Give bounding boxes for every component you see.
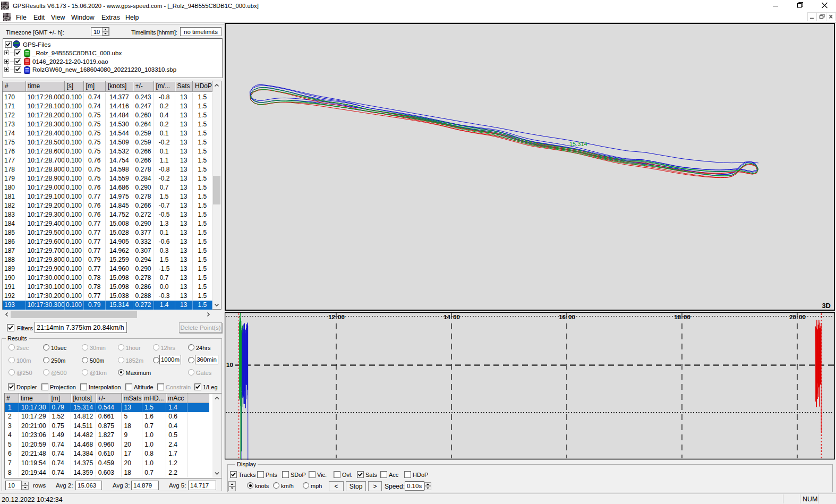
svg-text:00: 00	[453, 314, 460, 320]
svg-text:00: 00	[338, 314, 345, 320]
svg-text:20: 20	[789, 314, 796, 320]
svg-text:10: 10	[226, 362, 233, 368]
svg-text:18: 18	[674, 314, 681, 320]
svg-text:00: 00	[684, 314, 690, 320]
svg-text:3D: 3D	[822, 302, 831, 310]
svg-text:12: 12	[328, 314, 335, 320]
svg-text:00: 00	[568, 314, 575, 320]
svg-text:00: 00	[799, 314, 806, 320]
svg-text:15.314: 15.314	[569, 141, 587, 147]
svg-text:16: 16	[559, 314, 566, 320]
svg-text:14: 14	[443, 314, 450, 320]
